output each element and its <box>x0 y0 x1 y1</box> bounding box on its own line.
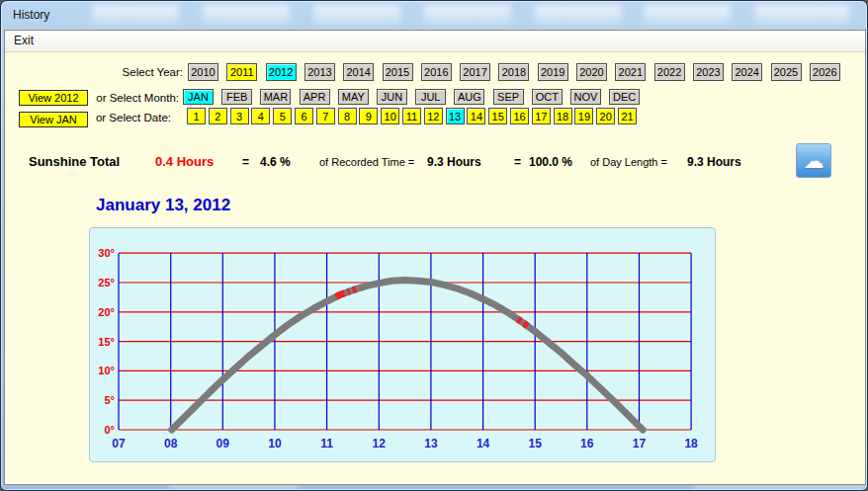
svg-text:17: 17 <box>633 437 647 450</box>
year-button-2010[interactable]: 2010 <box>188 63 218 81</box>
svg-text:09: 09 <box>217 437 230 450</box>
date-button-18[interactable]: 18 <box>554 108 572 124</box>
date-button-8[interactable]: 8 <box>338 108 357 124</box>
year-button-2022[interactable]: 2022 <box>654 63 685 81</box>
date-button-4[interactable]: 4 <box>251 108 270 124</box>
svg-text:16: 16 <box>580 437 594 450</box>
month-button-apr[interactable]: APR <box>300 89 330 105</box>
svg-text:14: 14 <box>477 437 490 450</box>
year-button-2012[interactable]: 2012 <box>266 63 297 81</box>
year-button-2016[interactable]: 2016 <box>421 63 452 81</box>
date-button-12[interactable]: 12 <box>424 108 443 124</box>
date-button-9[interactable]: 9 <box>359 108 378 124</box>
svg-text:15°: 15° <box>98 336 115 348</box>
svg-text:10: 10 <box>268 437 282 450</box>
daylength-percent-value: 100.0 % <box>529 154 572 170</box>
select-year-label: Select Year: <box>64 66 183 78</box>
year-button-2020[interactable]: 2020 <box>576 63 607 81</box>
svg-text:07: 07 <box>112 437 126 450</box>
date-button-7[interactable]: 7 <box>316 108 335 124</box>
sun-elevation-chart: 0°5°10°15°20°25°30°070809101112131415161… <box>90 228 715 461</box>
date-button-16[interactable]: 16 <box>510 108 529 124</box>
year-button-2024[interactable]: 2024 <box>732 63 762 81</box>
svg-text:11: 11 <box>320 437 333 450</box>
cloud-icon: ☁ <box>804 149 825 172</box>
svg-text:30°: 30° <box>98 247 115 259</box>
svg-text:18: 18 <box>684 437 698 450</box>
view-year-button[interactable]: View 2012 <box>19 90 88 106</box>
svg-text:12: 12 <box>373 437 387 450</box>
recorded-time-label: of Recorded Time = <box>319 154 414 170</box>
window-title: History <box>13 8 49 22</box>
client-area: Exit Select Year: or Select Month: or Se… <box>4 30 866 485</box>
date-button-14[interactable]: 14 <box>467 108 485 124</box>
background-blur-shape <box>92 5 179 25</box>
date-button-10[interactable]: 10 <box>381 108 399 124</box>
month-button-oct[interactable]: OCT <box>532 89 563 105</box>
month-button-sep[interactable]: SEP <box>493 89 524 105</box>
date-button-13[interactable]: 13 <box>446 108 465 124</box>
background-blur-shape <box>644 5 731 25</box>
date-button-11[interactable]: 11 <box>402 108 421 124</box>
background-blur-shape <box>203 5 290 25</box>
svg-text:20°: 20° <box>98 306 115 318</box>
year-button-2019[interactable]: 2019 <box>538 63 568 81</box>
day-length-value: 9.3 Hours <box>687 154 741 170</box>
month-button-may[interactable]: MAY <box>338 89 369 105</box>
view-month-button[interactable]: View JAN <box>19 112 88 127</box>
month-button-jul[interactable]: JUL <box>415 89 446 105</box>
recorded-time-value: 9.3 Hours <box>427 154 481 170</box>
background-blur-shape <box>535 5 622 25</box>
history-window: History Exit Select Year: or Select Mont… <box>0 0 868 491</box>
background-blur-shape <box>313 5 400 25</box>
svg-text:13: 13 <box>424 437 438 450</box>
date-button-5[interactable]: 5 <box>273 108 292 124</box>
date-button-1[interactable]: 1 <box>187 108 206 124</box>
date-button-3[interactable]: 3 <box>230 108 249 124</box>
year-button-2023[interactable]: 2023 <box>693 63 724 81</box>
svg-text:08: 08 <box>164 437 178 450</box>
year-button-2013[interactable]: 2013 <box>304 63 335 81</box>
month-button-nov[interactable]: NOV <box>570 89 601 105</box>
date-button-6[interactable]: 6 <box>295 108 313 124</box>
date-button-15[interactable]: 15 <box>488 108 507 124</box>
year-button-2018[interactable]: 2018 <box>498 63 529 81</box>
month-button-jun[interactable]: JUN <box>377 89 407 105</box>
year-button-2011[interactable]: 2011 <box>226 63 257 81</box>
sunshine-total-value: 0.4 Hours <box>155 154 214 170</box>
chart-panel: 0°5°10°15°20°25°30°070809101112131415161… <box>89 227 716 462</box>
titlebar[interactable]: History <box>1 1 867 30</box>
svg-text:5°: 5° <box>104 394 115 406</box>
month-button-mar[interactable]: MAR <box>260 89 291 105</box>
date-button-20[interactable]: 20 <box>596 108 615 124</box>
month-button-aug[interactable]: AUG <box>454 89 484 105</box>
year-button-2021[interactable]: 2021 <box>615 63 646 81</box>
equals-sign: = <box>514 154 521 170</box>
date-button-17[interactable]: 17 <box>532 108 551 124</box>
svg-text:25°: 25° <box>98 277 115 288</box>
chart-date-title: January 13, 2012 <box>96 196 230 215</box>
date-button-21[interactable]: 21 <box>618 108 637 124</box>
day-length-label: of Day Length = <box>590 154 667 170</box>
month-button-feb[interactable]: FEB <box>221 89 252 105</box>
background-blur-shape <box>424 5 511 25</box>
year-button-2014[interactable]: 2014 <box>343 63 374 81</box>
content: Select Year: or Select Month: or Select … <box>5 52 865 484</box>
background-blur-shape <box>754 5 849 25</box>
recorded-percent-value: 4.6 % <box>260 154 291 170</box>
year-button-2026[interactable]: 2026 <box>810 63 840 81</box>
sunshine-total-label: Sunshine Total <box>29 154 120 170</box>
month-button-dec[interactable]: DEC <box>609 89 640 105</box>
svg-text:10°: 10° <box>98 365 115 376</box>
year-button-2025[interactable]: 2025 <box>771 63 802 81</box>
menubar: Exit <box>5 31 865 52</box>
year-button-2015[interactable]: 2015 <box>383 63 413 81</box>
equals-sign: = <box>242 154 249 170</box>
month-button-jan[interactable]: JAN <box>183 89 214 105</box>
svg-text:15: 15 <box>529 437 543 450</box>
date-button-2[interactable]: 2 <box>209 108 227 124</box>
weather-button[interactable]: ☁ <box>796 143 831 178</box>
menu-exit[interactable]: Exit <box>5 31 43 51</box>
year-button-2017[interactable]: 2017 <box>460 63 490 81</box>
date-button-19[interactable]: 19 <box>574 108 593 124</box>
